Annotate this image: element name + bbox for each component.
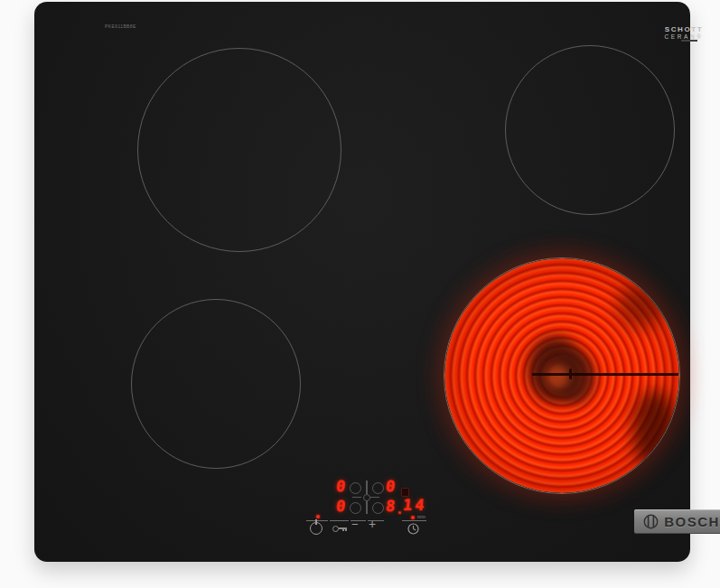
timer-button[interactable]: [407, 522, 419, 538]
coil-edge-dark-patch: [616, 284, 666, 329]
schott-ceran-fineprint: [681, 40, 697, 42]
schott-ceran-logo: SCHOTT CERAN®: [656, 25, 712, 41]
timer-active-led: [411, 516, 415, 519]
display-divider: [366, 481, 368, 494]
power-icon: [315, 519, 317, 525]
burner-rear-left: [137, 48, 341, 252]
burner-front-left: [131, 299, 301, 469]
timer-unit-label: min: [417, 514, 425, 519]
zone-position-mark: [350, 502, 361, 514]
touch-field-line: [402, 520, 426, 521]
cooktop-glass-panel: PKE611BB8E SCHOTT CERAN® 0 0: [34, 2, 690, 562]
plus-button[interactable]: +: [369, 518, 376, 530]
bosch-logo-text: BOSCH: [664, 514, 720, 529]
clock-icon: [407, 523, 419, 535]
zone-display-front-right: 8: [385, 499, 396, 514]
key-lock-icon: [342, 529, 344, 532]
touch-field-line: [306, 520, 328, 521]
timer-display: 14: [402, 498, 427, 513]
model-number: PKE611BB8E: [105, 23, 136, 29]
zone-display-rear-right: 0: [385, 479, 396, 494]
zone-display-rear-left: 0: [335, 479, 346, 494]
burner-front-right-active: [444, 257, 680, 494]
schott-ceran-line1: SCHOTT: [656, 25, 712, 33]
coil-center-highlight: [546, 365, 569, 388]
minus-button[interactable]: −: [351, 518, 359, 530]
key-lock-icon: [345, 529, 347, 532]
zone-display-front-left: 0: [335, 499, 346, 514]
touch-field-line: [330, 520, 349, 521]
power-on-led: [316, 515, 320, 518]
thermostat-probe-tick: [569, 369, 572, 379]
active-zone-dot: [398, 511, 401, 514]
display-divider: [366, 500, 368, 514]
bosch-anchor-icon: [643, 514, 659, 529]
product-photo-stage: PKE611BB8E SCHOTT CERAN® 0 0: [0, 0, 720, 588]
display-node-line: [352, 497, 361, 498]
coil-edge-dark-patch: [632, 389, 678, 471]
key-lock-icon: [332, 526, 339, 532]
zone-position-mark: [372, 502, 384, 514]
bosch-logo-badge: BOSCH: [634, 509, 720, 534]
zone-position-mark: [372, 482, 384, 494]
thermostat-probe-bar: [532, 373, 678, 376]
zone-position-mark: [350, 482, 361, 494]
display-node-line: [370, 497, 379, 498]
burner-rear-right: [505, 45, 675, 215]
